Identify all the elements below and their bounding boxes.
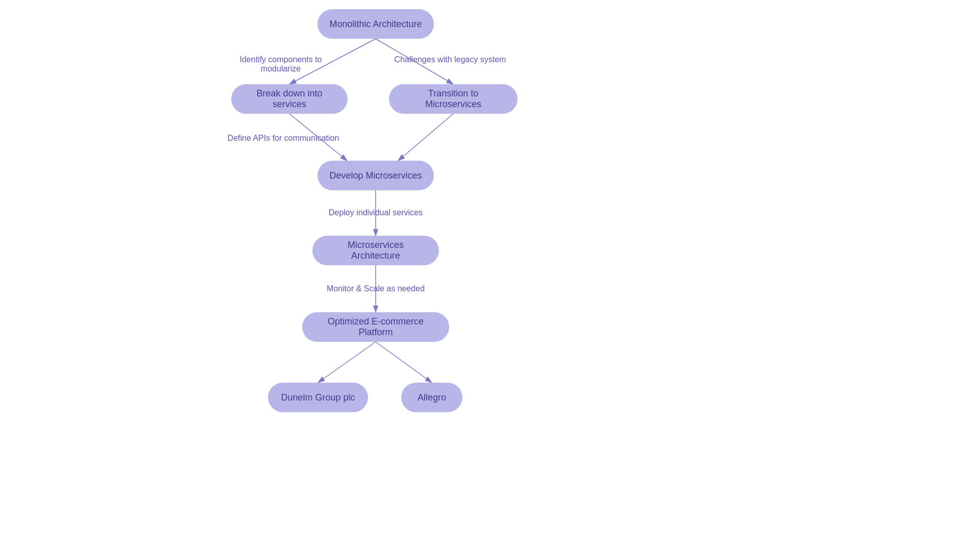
svg-line-4 [398,114,453,161]
label-define-apis: Define APIs for communication [222,134,345,143]
label-identify-components: Identify components to modularize [225,55,337,73]
node-break-down: Break down into services [231,84,348,114]
diagram: Monolithic Architecture Break down into … [0,0,980,551]
node-transition: Transition to Microservices [389,84,518,114]
node-monolithic: Monolithic Architecture [317,9,434,39]
node-optimized: Optimized E-commerce Platform [302,312,449,342]
node-allegro: Allegro [401,383,462,412]
label-challenges-legacy: Challenges with legacy system [389,55,511,64]
svg-line-8 [376,342,432,383]
label-deploy-individual: Deploy individual services [317,208,434,217]
node-micro-arch: Microservices Architecture [312,236,439,265]
node-develop-micro: Develop Microservices [317,161,434,190]
label-monitor-scale: Monitor & Scale as needed [315,284,436,293]
svg-line-7 [318,342,376,383]
node-dunelm: Dunelm Group plc [268,383,368,412]
arrows-svg [0,0,980,551]
